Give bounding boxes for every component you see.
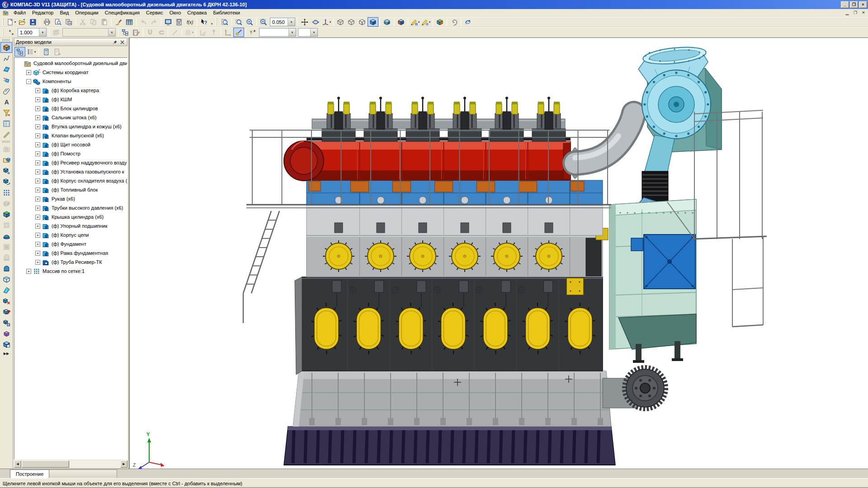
paste-button[interactable]	[99, 17, 110, 27]
menu-item-9[interactable]: Библиотеки	[210, 9, 243, 16]
panel-subassembly[interactable]	[0, 317, 12, 328]
tree-item[interactable]: +(ф) Топливный блок	[14, 185, 127, 194]
tree-expander-icon[interactable]: +	[35, 106, 40, 111]
cut-button[interactable]	[77, 17, 88, 27]
tree-item-label[interactable]: Трубки высокого давления (x6)	[52, 205, 123, 211]
panel-op-4[interactable]	[0, 241, 12, 252]
cylinder-head[interactable]	[364, 97, 397, 141]
tree-expander-icon[interactable]: +	[35, 169, 40, 174]
tree-item-label[interactable]: Массив по сетке:1	[42, 268, 85, 274]
coordinate-display-button[interactable]: Y	[247, 28, 258, 37]
tab-construction[interactable]: Построение	[10, 469, 49, 478]
spreadsheet-button[interactable]	[124, 17, 135, 27]
tree-item[interactable]: +(ф) Щит носовой	[14, 140, 127, 149]
zoom-scale-combo-value[interactable]: 0.050	[270, 19, 288, 25]
pan-button[interactable]	[299, 17, 310, 27]
snaps-setup-button[interactable]	[233, 28, 244, 37]
panel-filters[interactable]	[0, 107, 12, 118]
menu-item-5[interactable]: Спецификация	[102, 9, 143, 16]
scroll-left-icon[interactable]: ◀	[14, 460, 21, 468]
panel-shell[interactable]	[0, 274, 12, 285]
tree-item-label[interactable]: (ф) Упорный подшипник	[52, 223, 108, 229]
panel-edit-in-place[interactable]	[0, 306, 12, 317]
tree-item[interactable]: +Крышка цилиндра (x6)	[14, 212, 127, 221]
scroll-right-icon[interactable]: ▶	[120, 460, 127, 468]
tree-item-label[interactable]: Судовой малооборотный дизельный двигател…	[33, 61, 127, 66]
panel-mate-coincidence[interactable]	[0, 209, 12, 220]
menu-item-2[interactable]: Редактор	[29, 9, 57, 16]
tree-expander-icon[interactable]: +	[35, 124, 40, 129]
panel-add-component-from-file[interactable]	[0, 155, 12, 165]
toolbar-drag-handle[interactable]	[2, 18, 5, 26]
refresh-image-button[interactable]	[434, 17, 445, 27]
tree-item[interactable]: -Компоненты	[14, 77, 127, 86]
tree-horizontal-scrollbar[interactable]: ◀ ▶	[14, 460, 127, 468]
tree-item-label[interactable]: (ф) Топливный блок	[52, 187, 98, 192]
tree-item-label[interactable]: (ф) Щит носовой	[52, 142, 90, 147]
panel-surfaces[interactable]	[0, 64, 12, 75]
tree-item-label[interactable]: Сальник штока (x6)	[52, 115, 96, 120]
open-button[interactable]	[17, 17, 28, 27]
tree-item-label[interactable]: (ф) Ресивер наддувочного возду	[52, 160, 127, 165]
tree-item-label[interactable]: (ф) Блок цилиндров	[52, 106, 98, 111]
panel-boolean-operation[interactable]	[0, 296, 12, 306]
current-step-button[interactable]	[6, 28, 17, 37]
tree-expander-icon[interactable]: +	[35, 178, 40, 183]
tree-expander-icon[interactable]: +	[35, 151, 40, 156]
tree-item[interactable]: Судовой малооборотный дизельный двигател…	[14, 59, 127, 68]
cylinder-head[interactable]	[406, 97, 439, 141]
panel-layout-geometry[interactable]	[0, 339, 12, 350]
section-display-button[interactable]: ▾	[420, 17, 431, 27]
panel-dimensions[interactable]: A	[0, 96, 12, 107]
engine-foundation-frame[interactable]	[284, 427, 615, 465]
toolbar-drag-handle[interactable]	[2, 28, 5, 37]
new-document-button[interactable]: ▾	[6, 17, 17, 27]
tree-item-label[interactable]: Рукав (x6)	[52, 196, 75, 202]
hidden-thin-button[interactable]	[357, 17, 368, 27]
undo-button[interactable]	[138, 17, 149, 27]
chevron-down-icon[interactable]: ▼	[288, 18, 295, 26]
tree-expander-icon[interactable]: +	[26, 269, 31, 274]
tree-item-label[interactable]: (ф) Установка газовыпускного к	[52, 169, 124, 174]
engine-model[interactable]: YZ	[130, 38, 868, 469]
state-field-combo-2[interactable]: ▼	[298, 28, 318, 37]
engine-air-receiver[interactable]	[284, 141, 571, 181]
toolbar-drag-handle[interactable]	[216, 18, 218, 26]
panel-spatial-curves[interactable]	[0, 53, 12, 64]
local-csys-button[interactable]	[222, 28, 233, 37]
tree-item[interactable]: +Клапан выпускной (x6)	[14, 131, 127, 140]
tree-item[interactable]: +Сальник штока (x6)	[14, 113, 127, 122]
tree-item[interactable]: +Массив по сетке:1	[14, 267, 127, 276]
panel-measurements[interactable]	[0, 129, 12, 140]
shaded-wireframe-button[interactable]	[382, 17, 392, 27]
exhaust-elbow-pipe[interactable]	[571, 113, 634, 178]
panel-op-3[interactable]	[0, 220, 12, 230]
tree-expander-icon[interactable]: +	[35, 233, 40, 238]
cylinder-head[interactable]	[448, 97, 481, 141]
ortho-drawing-button[interactable]	[170, 28, 180, 37]
panel-op-5[interactable]	[0, 252, 12, 263]
tree-expander-icon[interactable]: +	[35, 197, 40, 202]
zoom-scale-button[interactable]	[258, 17, 269, 27]
update-button[interactable]	[462, 17, 473, 27]
tree-item-label[interactable]: Клапан выпускной (x6)	[52, 133, 104, 138]
context-help-button[interactable]: ?	[198, 17, 209, 27]
restore-button[interactable]: ❐	[850, 1, 858, 8]
rebuild-model-button[interactable]	[448, 17, 459, 27]
close-button[interactable]: ×	[859, 1, 867, 8]
tree-expander-icon[interactable]: +	[35, 160, 40, 165]
chevron-down-icon[interactable]: ▼	[39, 28, 46, 36]
tree-item[interactable]: +(ф) Блок цилиндров	[14, 104, 127, 113]
current-step-combo[interactable]: 1.000▼	[18, 28, 47, 37]
mdi-minimize-button[interactable]: ▁	[844, 10, 851, 16]
exhaust-bellows[interactable]	[642, 171, 668, 201]
tree-expander-icon[interactable]: +	[35, 260, 40, 265]
grid-button[interactable]: ▾	[184, 28, 194, 37]
perspective-button[interactable]	[396, 17, 406, 27]
tree-expander-icon[interactable]: -	[26, 79, 31, 84]
tree-item[interactable]: +(ф) КШМ	[14, 95, 127, 104]
wireframe-button[interactable]	[335, 17, 346, 27]
minimize-button[interactable]: _	[841, 1, 849, 8]
tree-expander-icon[interactable]: +	[26, 70, 31, 75]
orientation-button[interactable]: ▾	[321, 17, 332, 27]
